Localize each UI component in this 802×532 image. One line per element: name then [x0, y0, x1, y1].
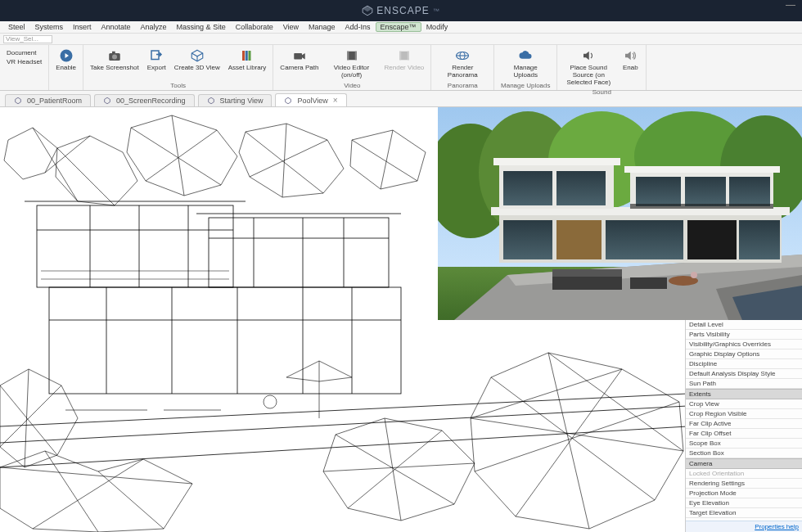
enable-button[interactable]: Enable [52, 47, 79, 74]
prop-projection-mode[interactable]: Projection Mode [686, 489, 802, 498]
cloud-icon [518, 48, 533, 63]
prop-graphic-display-options[interactable]: Graphic Display Options [686, 349, 802, 359]
svg-line-78 [336, 435, 454, 504]
svg-line-85 [548, 353, 683, 451]
svg-rect-112 [630, 204, 773, 209]
speaker2-icon [623, 48, 638, 63]
prop-scope-box[interactable]: Scope Box [686, 439, 802, 449]
take-screenshot-button[interactable]: Take Screenshot [87, 47, 142, 74]
close-tab-icon[interactable]: × [333, 96, 338, 105]
tab-poolview[interactable]: PoolView× [275, 93, 346, 106]
export-button[interactable]: Export [144, 47, 169, 74]
cam-icon [292, 48, 307, 63]
enable-sound-label: Enab [623, 65, 638, 72]
prop-section-camera[interactable]: Camera [686, 458, 802, 469]
app-logo: ENSCAPE™ [362, 5, 439, 16]
create-3d-view-button[interactable]: Create 3D View [171, 47, 223, 74]
menubar: SteelSystemsInsertAnnotateAnalyzeMassing… [0, 21, 802, 34]
take-screenshot-label: Take Screenshot [90, 65, 139, 72]
prop-crop-view[interactable]: Crop View [686, 399, 802, 409]
prop-visibility-graphics-overrides[interactable]: Visibility/Graphics Overrides [686, 340, 802, 349]
view3d-icon [14, 97, 22, 105]
menu-view[interactable]: View [278, 23, 304, 31]
camera-path-label: Camera Path [280, 65, 318, 72]
asset-library-button[interactable]: Asset Library [225, 47, 270, 74]
svg-rect-12 [249, 51, 251, 61]
menu-insert[interactable]: Insert [68, 23, 97, 31]
tab-label: PoolView [297, 97, 327, 105]
render-video-button: Render Video [381, 47, 428, 74]
prop-section-box[interactable]: Section Box [686, 449, 802, 458]
prop-eye-elevation[interactable]: Eye Elevation [686, 498, 802, 508]
svg-rect-98 [556, 220, 602, 259]
svg-line-66 [250, 140, 327, 177]
tab-00-patientroom[interactable]: 00_PatientRoom [5, 94, 91, 106]
svg-point-54 [264, 395, 277, 408]
svg-line-79 [323, 463, 475, 471]
svg-line-69 [25, 369, 29, 467]
prop-sun-path[interactable]: Sun Path [686, 379, 802, 389]
svg-marker-27 [105, 97, 110, 104]
properties-help-link[interactable]: Properties help [686, 521, 802, 532]
prop-detail-level[interactable]: Detail Level [686, 320, 802, 330]
svg-point-117 [691, 272, 697, 278]
svg-rect-16 [347, 52, 349, 61]
svg-line-32 [0, 426, 687, 467]
menu-manage[interactable]: Manage [304, 23, 340, 31]
svg-rect-45 [209, 218, 389, 287]
menu-add-ins[interactable]: Add-Ins [340, 23, 376, 31]
svg-line-70 [0, 385, 57, 455]
menu-systems[interactable]: Systems [30, 23, 69, 31]
svg-line-73 [98, 471, 164, 529]
render-video-label: Render Video [385, 65, 425, 72]
prop-far-clip-offset[interactable]: Far Clip Offset [686, 429, 802, 439]
render-panorama-label: Render Panorama [438, 65, 487, 79]
menu-analyze[interactable]: Analyze [136, 23, 172, 31]
camera-path-button[interactable]: Camera Path [277, 47, 322, 74]
menu-massing-site[interactable]: Massing & Site [172, 23, 231, 31]
menu-collaborate[interactable]: Collaborate [231, 23, 278, 31]
place-sound-button[interactable]: Place Sound Source (on Selected Face) [561, 47, 616, 88]
prop-default-analysis-display-style[interactable]: Default Analysis Display Style [686, 369, 802, 379]
ribbon-sub-document[interactable]: Document [3, 48, 45, 57]
manage-uploads-button[interactable]: Manage Uploads [498, 47, 553, 81]
render-panorama-button[interactable]: Render Panorama [435, 47, 490, 81]
video-editor-button[interactable]: Video Editor (on/off) [324, 47, 380, 81]
enable-sound-button[interactable]: Enab [618, 47, 642, 74]
books-icon [240, 48, 255, 63]
svg-rect-104 [503, 171, 552, 205]
prop-rendering-settings[interactable]: Rendering Settings [686, 479, 802, 489]
prop-discipline[interactable]: Discipline [686, 359, 802, 369]
svg-marker-14 [302, 53, 305, 60]
asset-library-label: Asset Library [228, 65, 267, 72]
svg-line-31 [0, 406, 687, 443]
menu-modify[interactable]: Modify [421, 23, 453, 31]
svg-line-84 [475, 402, 679, 471]
svg-point-5 [112, 55, 117, 60]
prop-section-extents[interactable]: Extents [686, 389, 802, 399]
video-editor-label: Video Editor (on/off) [327, 65, 376, 79]
svg-line-61 [172, 115, 184, 196]
menu-steel[interactable]: Steel [3, 23, 30, 31]
svg-rect-10 [242, 51, 245, 61]
tab-starting-view[interactable]: Starting View [198, 94, 273, 106]
menu-enscape-[interactable]: Enscape™ [376, 22, 421, 32]
prop-parts-visibility[interactable]: Parts Visibility [686, 330, 802, 340]
svg-rect-100 [687, 220, 737, 259]
menu-annotate[interactable]: Annotate [97, 23, 136, 31]
prop-target-elevation[interactable]: Target Elevation [686, 508, 802, 518]
svg-line-65 [246, 132, 323, 193]
film-icon [345, 48, 359, 63]
speaker-icon [581, 48, 596, 63]
svg-line-76 [385, 418, 401, 521]
svg-rect-113 [552, 275, 622, 290]
viewport-stage: Detail LevelParts VisibilityVisibility/G… [0, 107, 802, 532]
svg-marker-24 [583, 52, 589, 61]
view-selector[interactable]: View_Sel... [3, 35, 52, 43]
minimize-icon[interactable] [786, 5, 795, 6]
prop-crop-region-visible[interactable]: Crop Region Visible [686, 409, 802, 419]
prop-far-clip-active[interactable]: Far Clip Active [686, 419, 802, 429]
ribbon-sub-vr-headset[interactable]: VR Headset [3, 57, 45, 66]
tab-00-screenrecording[interactable]: 00_ScreenRecording [94, 94, 195, 106]
enscape-logo-icon [362, 5, 373, 16]
